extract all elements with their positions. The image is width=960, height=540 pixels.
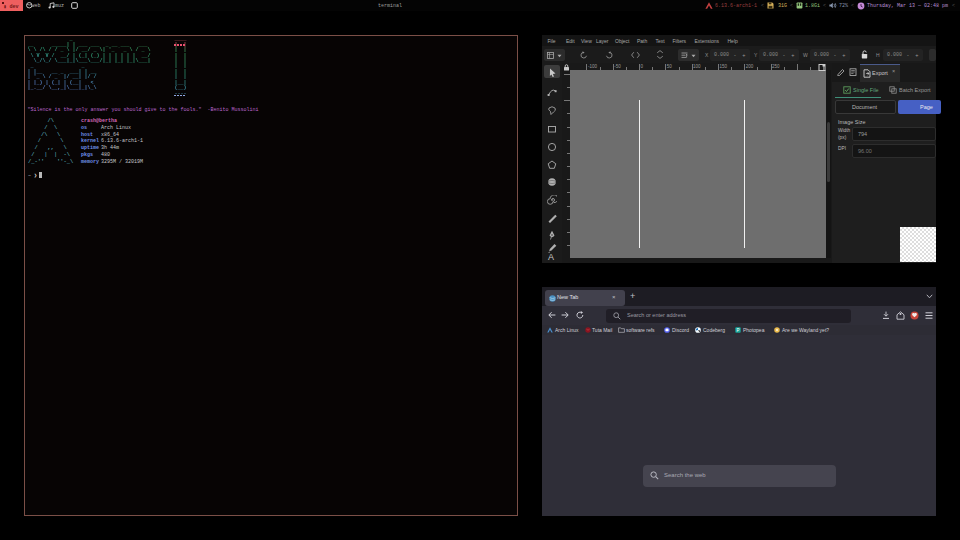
svg-text:P: P (737, 328, 740, 333)
svg-text:A: A (548, 252, 554, 261)
